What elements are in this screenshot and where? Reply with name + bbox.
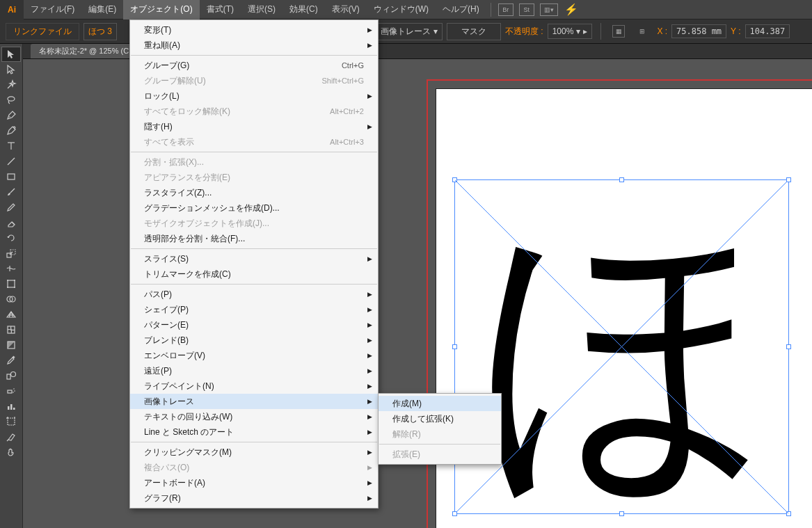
menubar-item-3[interactable]: 書式(T)	[200, 0, 241, 19]
rectangle-tool[interactable]	[1, 169, 21, 184]
menu-item[interactable]: エンベロープ(V)▶	[130, 348, 378, 363]
align-icon[interactable]: ⊞	[635, 25, 650, 38]
pen-tool[interactable]	[1, 108, 21, 123]
chevron-right-icon: ▶	[367, 337, 372, 344]
selection-handle[interactable]	[786, 511, 791, 516]
image-trace-submenu[interactable]: 作成(M)作成して拡張(K)解除(R)拡張(E)	[378, 393, 502, 465]
hand-tool[interactable]	[1, 445, 21, 460]
menubar-item-0[interactable]: ファイル(F)	[24, 0, 81, 19]
magic-wand-tool[interactable]	[1, 77, 21, 93]
menu-item[interactable]: 透明部分を分割・統合(F)...	[130, 231, 378, 246]
menu-item[interactable]: 画像トレース▶	[130, 394, 378, 409]
menu-item[interactable]: 重ね順(A)▶	[130, 38, 378, 53]
width-tool[interactable]	[1, 261, 21, 276]
arrange-docs-icon[interactable]: ▥▾	[540, 3, 558, 16]
blend-tool[interactable]	[1, 368, 21, 383]
selection-handle[interactable]	[786, 344, 791, 349]
stock-icon[interactable]: St	[519, 3, 534, 16]
selection-tool[interactable]	[1, 47, 21, 62]
menu-item[interactable]: グラフ(R)▶	[130, 490, 378, 506]
menu-item[interactable]: ブレンド(B)▶	[130, 333, 378, 348]
perspective-grid-tool[interactable]	[1, 307, 21, 322]
menubar: Ai ファイル(F)編集(E)オブジェクト(O)書式(T)選択(S)効果(C)表…	[0, 0, 812, 19]
gradient-tool[interactable]	[1, 337, 21, 353]
menu-item[interactable]: グループ(G)Ctrl+G	[130, 58, 378, 73]
chevron-right-icon: ▶	[367, 398, 372, 405]
selection-handle[interactable]	[786, 177, 791, 182]
chevron-right-icon: ▶	[367, 93, 372, 99]
submenu-item[interactable]: 作成(M)	[379, 396, 501, 411]
mesh-tool[interactable]	[1, 322, 21, 337]
shape-builder-tool[interactable]	[1, 291, 21, 307]
curvature-tool[interactable]	[1, 123, 21, 138]
selection-handle[interactable]	[452, 511, 457, 516]
menu-item[interactable]: パス(P)▶	[130, 287, 378, 302]
column-graph-tool[interactable]	[1, 399, 21, 414]
chevron-right-icon: ▶	[367, 495, 372, 502]
object-menu[interactable]: 変形(T)▶重ね順(A)▶グループ(G)Ctrl+Gグループ解除(U)Shift…	[129, 19, 379, 509]
selection-handle[interactable]	[452, 177, 457, 182]
menubar-item-5[interactable]: 効果(C)	[282, 0, 325, 19]
menubar-item-2[interactable]: オブジェクト(O)	[123, 0, 199, 19]
link-file-label[interactable]: リンクファイル	[6, 23, 79, 40]
transform-icon[interactable]: ▦	[612, 25, 625, 38]
app-logo: Ai	[0, 0, 24, 19]
menu-item[interactable]: Line と Sketch のアート▶	[130, 424, 378, 440]
mask-button[interactable]: マスク	[447, 23, 501, 40]
gpu-icon[interactable]: ⚡	[564, 3, 579, 16]
menubar-item-8[interactable]: ヘルプ(H)	[436, 0, 486, 19]
type-tool[interactable]	[1, 138, 21, 154]
free-transform-tool[interactable]	[1, 276, 21, 291]
image-trace-dropdown[interactable]: 画像トレース▾	[376, 23, 443, 40]
menu-item[interactable]: 隠す(H)▶	[130, 119, 378, 134]
menu-item[interactable]: 変形(T)▶	[130, 22, 378, 38]
menu-item[interactable]: グラデーションメッシュを作成(D)...	[130, 200, 378, 216]
menubar-item-7[interactable]: ウィンドウ(W)	[367, 0, 436, 19]
control-bar: リンクファイル ほつ 3 画像トレース▾ マスク 不透明度 : 100%▾▸ ▦…	[0, 19, 812, 44]
selection-handle[interactable]	[619, 511, 624, 516]
chevron-right-icon: ▶	[367, 413, 372, 420]
x-pos-input[interactable]: 75.858 mm	[671, 24, 726, 38]
submenu-item[interactable]: 作成して拡張(K)	[379, 411, 501, 426]
menu-item[interactable]: ラスタライズ(Z)...	[130, 185, 378, 200]
menu-item[interactable]: スライス(S)▶	[130, 251, 378, 266]
line-tool[interactable]	[1, 154, 21, 169]
menu-item[interactable]: ロック(L)▶	[130, 88, 378, 104]
menubar-item-6[interactable]: 表示(V)	[325, 0, 367, 19]
bridge-icon[interactable]: Br	[498, 3, 514, 16]
menu-item[interactable]: アートボード(A)▶	[130, 475, 378, 490]
eyedropper-tool[interactable]	[1, 353, 21, 368]
artboard-tool[interactable]	[1, 414, 21, 429]
direct-selection-tool[interactable]	[1, 62, 21, 77]
pencil-tool[interactable]	[1, 200, 21, 215]
symbol-sprayer-tool[interactable]	[1, 383, 21, 399]
opacity-label: 不透明度 :	[505, 26, 543, 38]
menu-item[interactable]: テキストの回り込み(W)▶	[130, 409, 378, 424]
selection-handle[interactable]	[619, 177, 624, 182]
svg-point-16	[14, 287, 15, 288]
scale-tool[interactable]	[1, 246, 21, 261]
edit-original[interactable]: ほつ 3	[83, 23, 117, 40]
chevron-right-icon: ▶	[367, 26, 372, 33]
menu-item[interactable]: パターン(E)▶	[130, 317, 378, 333]
paintbrush-tool[interactable]	[1, 184, 21, 200]
menu-item[interactable]: シェイプ(P)▶	[130, 302, 378, 317]
slice-tool[interactable]	[1, 429, 21, 445]
menu-item: すべてをロック解除(K)Alt+Ctrl+2	[130, 104, 378, 119]
svg-rect-33	[13, 408, 15, 410]
rotate-tool[interactable]	[1, 230, 21, 246]
menu-item[interactable]: トリムマークを作成(C)	[130, 266, 378, 282]
document-tab[interactable]: 名称未設定-2* @ 125% (C	[31, 44, 137, 58]
opacity-input[interactable]: 100%▾▸	[548, 24, 593, 39]
chevron-right-icon: ▶	[367, 383, 372, 390]
menubar-item-1[interactable]: 編集(E)	[81, 0, 123, 19]
y-pos-input[interactable]: 104.387	[745, 24, 790, 38]
lasso-tool[interactable]	[1, 93, 21, 108]
menubar-item-4[interactable]: 選択(S)	[241, 0, 282, 19]
menu-item[interactable]: ライブペイント(N)▶	[130, 378, 378, 394]
menu-item[interactable]: 遠近(P)▶	[130, 363, 378, 378]
svg-point-29	[14, 390, 15, 392]
selection-handle[interactable]	[452, 344, 457, 349]
eraser-tool[interactable]	[1, 215, 21, 230]
menu-item[interactable]: クリッピングマスク(M)▶	[130, 445, 378, 460]
